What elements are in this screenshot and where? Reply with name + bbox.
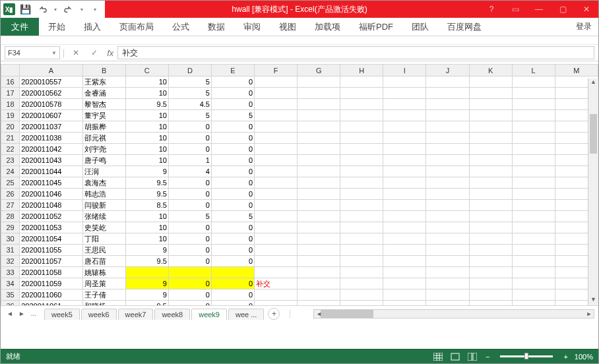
cell[interactable]: 黎智杰 — [82, 99, 125, 110]
cell[interactable] — [255, 289, 298, 301]
cell[interactable]: 0 — [211, 256, 254, 267]
col-header[interactable]: L — [512, 65, 555, 76]
cell[interactable]: 2020011042 — [20, 144, 82, 155]
cell[interactable]: 0 — [168, 233, 211, 245]
file-tab[interactable]: 文件 — [1, 18, 39, 36]
col-header[interactable]: G — [298, 65, 340, 76]
col-header[interactable]: F — [255, 65, 298, 76]
close-button[interactable]: ✕ — [575, 1, 598, 18]
cell[interactable] — [255, 233, 298, 245]
cell[interactable]: 刘宇尧 — [82, 144, 125, 155]
cell[interactable]: 0 — [168, 278, 211, 289]
row-header[interactable]: 27 — [1, 200, 20, 211]
fx-icon[interactable]: fx — [104, 48, 116, 58]
table-row[interactable]: 232020011043唐子鸣1010 — [1, 155, 598, 166]
maximize-button[interactable]: ▢ — [551, 1, 575, 18]
cell[interactable]: 0 — [211, 99, 254, 110]
cell[interactable]: 0 — [211, 155, 254, 166]
cell[interactable]: 2020011055 — [20, 245, 82, 256]
cell[interactable]: 2020010578 — [20, 99, 82, 110]
row-header[interactable]: 18 — [1, 99, 20, 110]
hscroll-thumb[interactable] — [321, 310, 373, 318]
help-button[interactable]: ? — [480, 1, 503, 18]
cell[interactable]: 2020011043 — [20, 155, 82, 166]
enter-formula-icon[interactable]: ✓ — [86, 46, 103, 59]
cell[interactable]: 胡振桦 — [82, 121, 125, 133]
cell[interactable] — [255, 76, 298, 88]
table-row[interactable]: 272020011048闫骏新8.500 — [1, 200, 598, 211]
cell[interactable]: 5 — [168, 88, 211, 99]
scroll-down-icon[interactable]: ▼ — [588, 296, 598, 305]
cell[interactable]: 0 — [211, 76, 254, 88]
qat-customize[interactable]: ▾ — [88, 2, 102, 16]
cell[interactable]: 邵元祺 — [82, 133, 125, 144]
row-header[interactable]: 29 — [1, 222, 20, 233]
row-header[interactable]: 21 — [1, 133, 20, 144]
table-row[interactable]: 252020011045袁海杰9.500 — [1, 177, 598, 189]
row-header[interactable]: 30 — [1, 233, 20, 245]
cell[interactable]: 唐子鸣 — [82, 155, 125, 166]
name-box-dropdown-icon[interactable]: ▼ — [51, 50, 57, 56]
cell[interactable] — [255, 222, 298, 233]
cell[interactable]: 闫骏新 — [82, 200, 125, 211]
name-box[interactable]: F34 ▼ — [5, 46, 60, 59]
view-page-layout-icon[interactable] — [449, 351, 462, 362]
zoom-knob[interactable] — [524, 353, 528, 359]
sheet-tab-week5[interactable]: week5 — [44, 309, 80, 320]
cell[interactable]: 2020011045 — [20, 177, 82, 189]
zoom-slider[interactable] — [500, 355, 553, 357]
row-header[interactable]: 28 — [1, 211, 20, 222]
tab-team[interactable]: 团队 — [402, 18, 438, 36]
col-header[interactable]: J — [426, 65, 469, 76]
cell[interactable]: 5 — [168, 110, 211, 121]
cell[interactable]: 8.5 — [125, 200, 168, 211]
row-header[interactable]: 36 — [1, 301, 20, 306]
redo-dropdown[interactable]: ▾ — [79, 2, 85, 16]
table-row[interactable]: 212020011038邵元祺1000 — [1, 133, 598, 144]
cell[interactable] — [255, 144, 298, 155]
table-row[interactable]: 322020011057唐石苗9.500 — [1, 256, 598, 267]
col-header[interactable]: E — [211, 65, 254, 76]
cell[interactable]: 0 — [211, 88, 254, 99]
cell[interactable]: 9 — [125, 245, 168, 256]
cell[interactable]: 2020011061 — [20, 301, 82, 306]
cell[interactable]: 0 — [168, 200, 211, 211]
cell[interactable]: 9 — [125, 289, 168, 301]
cell[interactable] — [255, 88, 298, 99]
cell[interactable]: 0 — [168, 177, 211, 189]
table-row[interactable]: 262020011046韩志浩9.500 — [1, 189, 598, 200]
cell[interactable]: 2020011037 — [20, 121, 82, 133]
table-row[interactable]: 302020011054丁阳1000 — [1, 233, 598, 245]
cell[interactable] — [255, 211, 298, 222]
cell[interactable] — [255, 177, 298, 189]
row-header[interactable]: 32 — [1, 256, 20, 267]
sheet-nav-prev-icon[interactable]: ► — [16, 310, 27, 317]
cell[interactable]: 姚辕栋 — [82, 267, 125, 278]
cell[interactable]: 0 — [211, 233, 254, 245]
cell[interactable]: 9.5 — [125, 99, 168, 110]
cell[interactable]: 2020010607 — [20, 110, 82, 121]
cell[interactable] — [168, 267, 211, 278]
cell[interactable]: 袁海杰 — [82, 177, 125, 189]
cell[interactable]: 2020011048 — [20, 200, 82, 211]
cell[interactable]: 2020011054 — [20, 233, 82, 245]
cell[interactable]: 10 — [125, 76, 168, 88]
cell[interactable]: 0 — [168, 189, 211, 200]
cell[interactable]: 0 — [168, 133, 211, 144]
row-header[interactable]: 31 — [1, 245, 20, 256]
cell[interactable] — [255, 267, 298, 278]
cell[interactable]: 金睿涵 — [82, 88, 125, 99]
cell[interactable]: 0 — [211, 278, 254, 289]
cancel-formula-icon[interactable]: ✕ — [67, 46, 84, 59]
cell[interactable]: 王思民 — [82, 245, 125, 256]
vertical-scrollbar[interactable]: ▲ ▼ — [588, 78, 598, 305]
cell[interactable]: 5 — [168, 211, 211, 222]
horizontal-scrollbar[interactable]: ◄ ► — [313, 309, 594, 318]
scroll-up-icon[interactable]: ▲ — [588, 78, 598, 88]
row-header[interactable]: 16 — [1, 76, 20, 88]
row-header[interactable]: 24 — [1, 166, 20, 177]
view-page-break-icon[interactable] — [466, 351, 479, 362]
cell[interactable] — [255, 256, 298, 267]
sheet-tab-week9[interactable]: week9 — [191, 309, 227, 320]
tab-addins[interactable]: 加载项 — [305, 18, 350, 36]
